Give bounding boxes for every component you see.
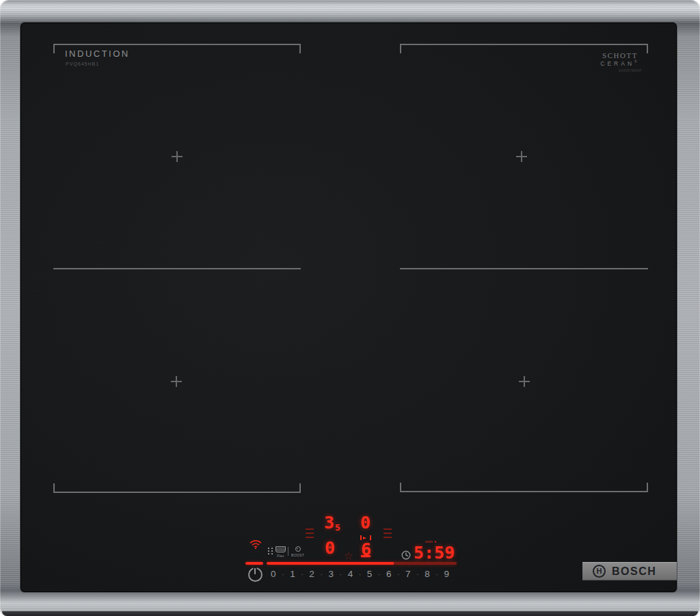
- slider-segment-left[interactable]: [245, 562, 263, 565]
- zone-cross-front-right: [519, 376, 530, 387]
- bosch-logo-text: BOSCH: [612, 565, 656, 578]
- power-level-row[interactable]: 0·1·2·3·4·5·6·7·8·9: [271, 568, 449, 580]
- zone-select-marker-left[interactable]: [306, 528, 314, 538]
- schott-ceran-logo: SCHOTT CERAN®: [600, 52, 641, 66]
- selected-zone-underline: [361, 555, 371, 557]
- separator-dot: ·: [435, 570, 438, 578]
- power-level-5[interactable]: 5: [367, 569, 373, 579]
- boost-icon: [295, 546, 301, 552]
- display-rear-right[interactable]: 0: [360, 514, 371, 531]
- power-level-6[interactable]: 6: [386, 569, 392, 579]
- bosch-badge: H BOSCH: [582, 562, 677, 580]
- zone-divider-left: [53, 268, 301, 269]
- schott-line2: CERAN®: [600, 60, 641, 67]
- separator-dot: ·: [397, 570, 400, 578]
- product-photo-stage: INDUCTION PVQ645HB1 SCHOTT CERAN® 608057…: [0, 0, 700, 616]
- power-level-0[interactable]: 0: [271, 569, 276, 579]
- power-level-1[interactable]: 1: [290, 569, 295, 579]
- display-rear-left[interactable]: 35: [324, 514, 340, 532]
- frame-bottom-edge: [2, 611, 698, 616]
- boost-button[interactable]: BOOST: [291, 546, 304, 557]
- boost-label: BOOST: [291, 553, 304, 557]
- timer-display[interactable]: 5:59: [414, 544, 455, 561]
- zone-bracket-front-left: [53, 483, 301, 493]
- favorite-star-icon[interactable]: ☆: [344, 550, 353, 561]
- bosch-symbol-icon: H: [593, 565, 606, 578]
- power-level-8[interactable]: 8: [425, 569, 430, 579]
- separator-dot: ·: [320, 570, 323, 578]
- flex-zone-button[interactable]: Flex: [275, 546, 286, 558]
- power-icon[interactable]: [248, 567, 262, 582]
- zone-cross-rear-left: [172, 151, 183, 162]
- power-slider[interactable]: [267, 562, 457, 565]
- zone-cross-rear-right: [516, 151, 527, 162]
- model-number: PVQ645HB1: [66, 62, 99, 66]
- zone-bracket-rear-left: [53, 44, 301, 53]
- power-level-2[interactable]: 2: [309, 569, 314, 579]
- separator-dot: ·: [339, 570, 342, 578]
- zone-bracket-front-right: [400, 483, 648, 492]
- zone-divider-right: [400, 268, 648, 269]
- separator-dot: ·: [301, 570, 304, 578]
- separator-dot: ·: [359, 570, 362, 578]
- power-level-3[interactable]: 3: [328, 569, 334, 579]
- display-front-left[interactable]: 0: [325, 539, 335, 557]
- separator-dot: ·: [378, 570, 381, 578]
- power-level-9[interactable]: 9: [444, 569, 449, 579]
- pan-detect-icon: [268, 548, 273, 555]
- flex-pan-icon: [275, 546, 286, 552]
- timer-clock-icon[interactable]: [401, 550, 411, 560]
- schott-code: 60805786AP: [619, 68, 642, 72]
- power-level-7[interactable]: 7: [405, 569, 411, 579]
- zone-cross-front-left: [171, 376, 182, 387]
- zone-bracket-rear-right: [400, 44, 648, 53]
- power-level-4[interactable]: 4: [348, 569, 353, 579]
- icon-divider: [288, 547, 288, 556]
- flex-label: Flex: [275, 554, 286, 558]
- zone-select-marker-right[interactable]: [383, 528, 392, 538]
- glass-surface: [21, 23, 677, 592]
- separator-dot: ·: [416, 570, 419, 578]
- wifi-icon: [249, 538, 262, 550]
- separator-dot: ·: [282, 570, 284, 578]
